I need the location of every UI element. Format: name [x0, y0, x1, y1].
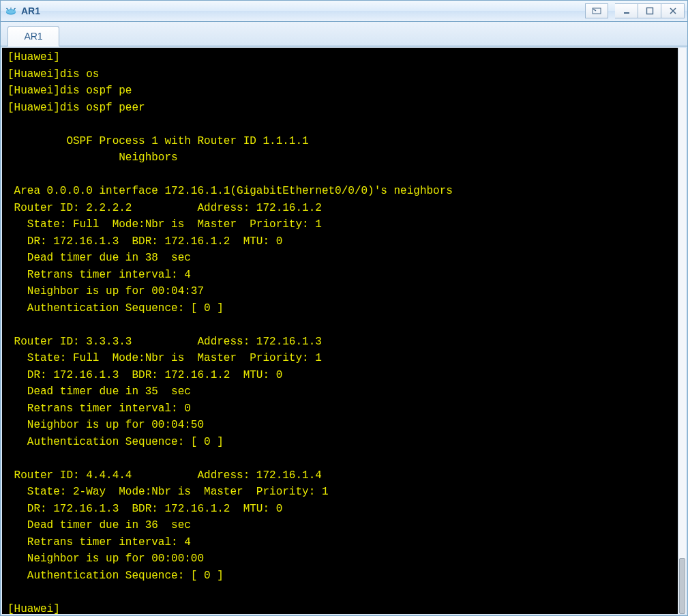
scrollbar-thumb[interactable]	[679, 558, 685, 614]
scrollbar[interactable]	[678, 48, 686, 614]
close-button[interactable]	[661, 3, 685, 18]
svg-rect-3	[624, 12, 629, 14]
terminal[interactable]: [Huawei] [Huawei]dis os [Huawei]dis ospf…	[2, 48, 678, 614]
terminal-wrapper: [Huawei] [Huawei]dis os [Huawei]dis ospf…	[0, 46, 688, 616]
window-title: AR1	[21, 5, 585, 16]
titlebar: AR1	[0, 0, 688, 22]
router-icon	[5, 5, 17, 17]
window-controls	[585, 3, 685, 18]
minimize-button[interactable]	[615, 3, 638, 18]
options-button[interactable]	[585, 3, 608, 18]
maximize-button[interactable]	[638, 3, 661, 18]
tab-ar1[interactable]: AR1	[8, 26, 59, 46]
tabstrip: AR1	[0, 22, 688, 46]
tab-label: AR1	[24, 31, 42, 42]
scrollbar-track[interactable]	[678, 48, 686, 614]
svg-rect-4	[646, 8, 653, 14]
